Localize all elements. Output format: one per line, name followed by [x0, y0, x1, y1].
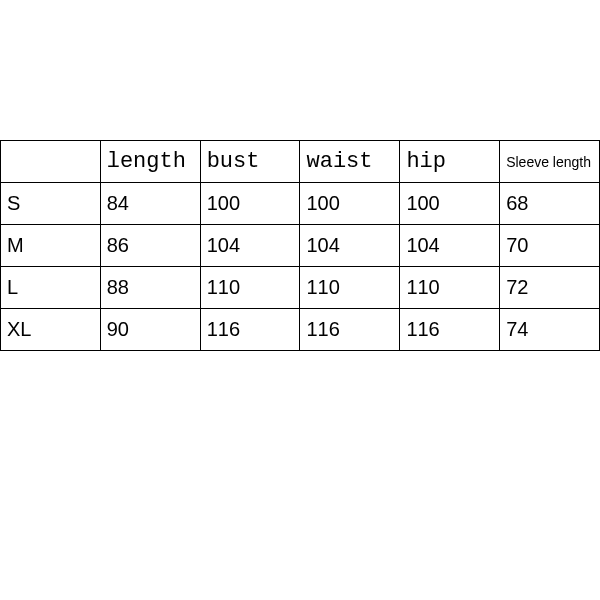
- cell-length: 88: [100, 267, 200, 309]
- cell-sleeve: 68: [500, 183, 600, 225]
- table-row: S 84 100 100 100 68: [1, 183, 600, 225]
- cell-waist: 104: [300, 225, 400, 267]
- cell-size: M: [1, 225, 101, 267]
- cell-sleeve: 72: [500, 267, 600, 309]
- cell-size: L: [1, 267, 101, 309]
- table-row: XL 90 116 116 116 74: [1, 309, 600, 351]
- cell-length: 84: [100, 183, 200, 225]
- cell-bust: 110: [200, 267, 300, 309]
- cell-hip: 110: [400, 267, 500, 309]
- header-sleeve-length: Sleeve length: [500, 141, 600, 183]
- header-waist: waist: [300, 141, 400, 183]
- cell-hip: 100: [400, 183, 500, 225]
- cell-length: 90: [100, 309, 200, 351]
- header-hip: hip: [400, 141, 500, 183]
- cell-size: XL: [1, 309, 101, 351]
- header-length: length: [100, 141, 200, 183]
- cell-waist: 110: [300, 267, 400, 309]
- table-row: M 86 104 104 104 70: [1, 225, 600, 267]
- cell-sleeve: 70: [500, 225, 600, 267]
- cell-bust: 100: [200, 183, 300, 225]
- cell-length: 86: [100, 225, 200, 267]
- cell-hip: 116: [400, 309, 500, 351]
- header-bust: bust: [200, 141, 300, 183]
- table-row: L 88 110 110 110 72: [1, 267, 600, 309]
- cell-waist: 100: [300, 183, 400, 225]
- size-chart-table: length bust waist hip Sleeve length S 84…: [0, 140, 600, 351]
- cell-waist: 116: [300, 309, 400, 351]
- cell-hip: 104: [400, 225, 500, 267]
- header-blank: [1, 141, 101, 183]
- cell-sleeve: 74: [500, 309, 600, 351]
- cell-size: S: [1, 183, 101, 225]
- table-header-row: length bust waist hip Sleeve length: [1, 141, 600, 183]
- cell-bust: 116: [200, 309, 300, 351]
- cell-bust: 104: [200, 225, 300, 267]
